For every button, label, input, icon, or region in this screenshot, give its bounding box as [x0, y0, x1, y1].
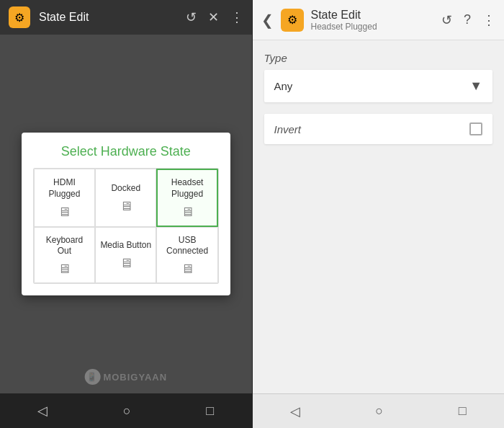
refresh-icon[interactable]: ↺ [186, 9, 197, 25]
hardware-item-label: Docked [111, 183, 140, 195]
hardware-item-label: HDMIPlugged [48, 177, 80, 200]
right-panel: ❮ ⚙ State Edit Headset Plugged ↺ ? ⋮ Typ… [253, 0, 505, 428]
left-panel: ⚙ State Edit ↺ ✕ ⋮ Select Hardware State… [0, 0, 252, 428]
left-toolbar-icons: ↺ ✕ ⋮ [186, 9, 243, 25]
right-home-button[interactable]: ○ [361, 398, 397, 424]
hardware-item-docked[interactable]: Docked 🖥 [95, 169, 156, 226]
right-back-button[interactable]: ◁ [276, 398, 315, 425]
monitor-icon: 🖥 [181, 205, 194, 220]
right-recent-button[interactable]: □ [444, 398, 481, 424]
home-button[interactable]: ○ [109, 398, 145, 424]
right-content: Type Any ▼ Invert [253, 40, 505, 393]
help-icon[interactable]: ? [464, 12, 471, 27]
hardware-item-label: HeadsetPlugged [171, 177, 204, 200]
hardware-item-label: Media Button [100, 240, 151, 251]
left-main: Select Hardware State HDMIPlugged 🖥 Dock… [0, 35, 252, 393]
hardware-item-hdmi-plugged[interactable]: HDMIPlugged 🖥 [34, 169, 95, 226]
back-button[interactable]: ◁ [23, 397, 62, 424]
refresh-icon-right[interactable]: ↺ [441, 12, 452, 28]
left-app-icon: ⚙ [9, 6, 30, 28]
monitor-icon: 🖥 [120, 199, 132, 214]
more-icon-right[interactable]: ⋮ [482, 12, 495, 28]
type-dropdown[interactable]: Any ▼ [264, 70, 493, 102]
right-toolbar-subtitle: Headset Plugged [311, 22, 434, 32]
select-dialog: Select Hardware State HDMIPlugged 🖥 Dock… [22, 133, 230, 295]
hardware-item-label: Keyboard Out [39, 235, 90, 257]
selection-arrow: ↓ [184, 168, 192, 171]
right-toolbar-actions: ↺ ? ⋮ [441, 12, 495, 28]
watermark-icon: 📱 [84, 369, 100, 385]
invert-label: Invert [274, 123, 302, 135]
gear-icon: ⚙ [14, 11, 24, 24]
right-toolbar: ❮ ⚙ State Edit Headset Plugged ↺ ? ⋮ [253, 0, 505, 40]
invert-checkbox[interactable] [469, 122, 482, 135]
left-toolbar: ⚙ State Edit ↺ ✕ ⋮ [0, 0, 252, 35]
hardware-item-keyboard-out[interactable]: Keyboard Out 🖥 [34, 227, 95, 283]
hardware-item-label: USBConnected [166, 235, 208, 257]
back-icon[interactable]: ❮ [261, 12, 274, 29]
type-section-label: Type [264, 52, 493, 64]
monitor-icon: 🖥 [58, 205, 71, 220]
right-toolbar-text: State Edit Headset Plugged [311, 9, 434, 32]
dropdown-arrow-icon: ▼ [469, 79, 482, 94]
monitor-icon: 🖥 [181, 262, 194, 277]
right-toolbar-title: State Edit [311, 9, 434, 22]
watermark: 📱 MOBIGYAAN [84, 369, 167, 385]
monitor-icon: 🖥 [120, 256, 132, 271]
hardware-item-media-button[interactable]: Media Button 🖥 [95, 227, 156, 283]
hardware-grid: HDMIPlugged 🖥 Docked 🖥 ↓ HeadsetPlugged … [33, 168, 219, 283]
left-bottom-nav: ◁ ○ □ [0, 393, 252, 428]
recent-button[interactable]: □ [192, 398, 228, 424]
select-dialog-title: Select Hardware State [33, 144, 219, 159]
watermark-text: MOBIGYAAN [103, 372, 167, 383]
type-value: Any [274, 80, 293, 92]
right-bottom-nav: ◁ ○ □ [253, 393, 505, 428]
hardware-item-usb-connected[interactable]: USBConnected 🖥 [156, 227, 217, 283]
monitor-icon: 🖥 [58, 262, 71, 277]
invert-row[interactable]: Invert [264, 114, 493, 144]
hardware-item-headset-plugged[interactable]: ↓ HeadsetPlugged 🖥 [156, 169, 217, 226]
gear-icon-right: ⚙ [287, 13, 297, 27]
more-icon[interactable]: ⋮ [230, 9, 243, 25]
left-title: State Edit [39, 11, 177, 24]
close-icon[interactable]: ✕ [208, 9, 219, 25]
right-app-icon: ⚙ [281, 9, 304, 32]
